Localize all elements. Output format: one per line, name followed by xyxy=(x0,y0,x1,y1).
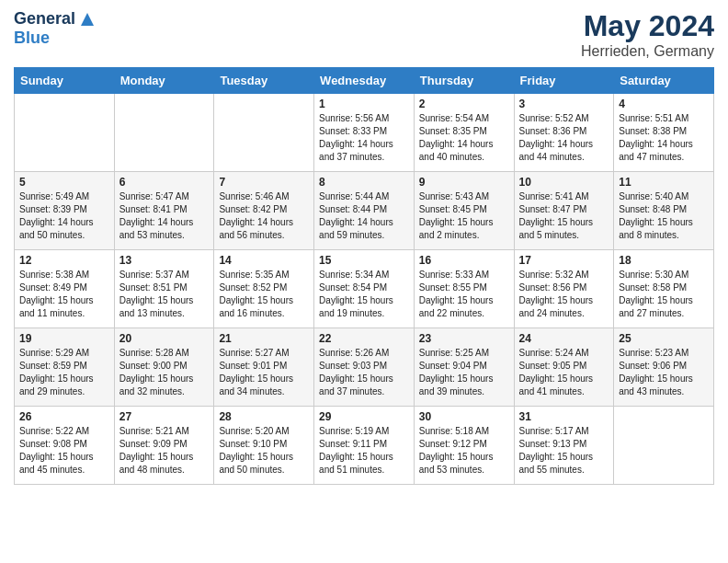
day-number: 17 xyxy=(519,254,609,267)
day-info: Sunrise: 5:51 AMSunset: 8:38 PMDaylight:… xyxy=(619,112,709,164)
calendar-cell-w2-d2: 7Sunrise: 5:46 AMSunset: 8:42 PMDaylight… xyxy=(214,172,314,250)
day-number: 21 xyxy=(219,332,309,345)
day-number: 12 xyxy=(19,254,109,267)
calendar-cell-w5-d1: 27Sunrise: 5:21 AMSunset: 9:09 PMDayligh… xyxy=(114,407,214,485)
day-info: Sunrise: 5:35 AMSunset: 8:52 PMDaylight:… xyxy=(219,269,309,320)
day-number: 26 xyxy=(19,410,109,423)
calendar-cell-w5-d0: 26Sunrise: 5:22 AMSunset: 9:08 PMDayligh… xyxy=(15,407,115,485)
calendar-cell-w3-d0: 12Sunrise: 5:38 AMSunset: 8:49 PMDayligh… xyxy=(15,250,115,328)
calendar-cell-w1-d3: 1Sunrise: 5:56 AMSunset: 8:33 PMDaylight… xyxy=(314,94,415,172)
calendar-cell-w4-d6: 25Sunrise: 5:23 AMSunset: 9:06 PMDayligh… xyxy=(614,328,714,407)
day-info: Sunrise: 5:30 AMSunset: 8:58 PMDaylight:… xyxy=(619,269,709,320)
day-number: 7 xyxy=(219,176,309,189)
calendar-cell-w1-d1 xyxy=(114,94,214,172)
day-info: Sunrise: 5:43 AMSunset: 8:45 PMDaylight:… xyxy=(419,190,509,242)
day-info: Sunrise: 5:21 AMSunset: 9:09 PMDaylight:… xyxy=(119,425,210,477)
logo-general-text: General xyxy=(14,10,75,29)
week-row-4: 19Sunrise: 5:29 AMSunset: 8:59 PMDayligh… xyxy=(15,328,714,407)
day-info: Sunrise: 5:32 AMSunset: 8:56 PMDaylight:… xyxy=(519,269,609,320)
day-number: 22 xyxy=(319,332,409,345)
header: General Blue May 2024 Herrieden, Germany xyxy=(14,9,714,60)
calendar-cell-w3-d3: 15Sunrise: 5:34 AMSunset: 8:54 PMDayligh… xyxy=(314,250,415,328)
calendar-cell-w2-d5: 10Sunrise: 5:41 AMSunset: 8:47 PMDayligh… xyxy=(514,172,614,250)
logo-blue-text: Blue xyxy=(14,29,97,48)
day-number: 8 xyxy=(319,176,409,189)
calendar-cell-w2-d4: 9Sunrise: 5:43 AMSunset: 8:45 PMDaylight… xyxy=(414,172,514,250)
day-info: Sunrise: 5:20 AMSunset: 9:10 PMDaylight:… xyxy=(219,425,309,477)
calendar-cell-w5-d3: 29Sunrise: 5:19 AMSunset: 9:11 PMDayligh… xyxy=(314,407,415,485)
calendar-cell-w4-d4: 23Sunrise: 5:25 AMSunset: 9:04 PMDayligh… xyxy=(414,328,514,407)
day-info: Sunrise: 5:40 AMSunset: 8:48 PMDaylight:… xyxy=(619,190,709,242)
day-info: Sunrise: 5:56 AMSunset: 8:33 PMDaylight:… xyxy=(319,112,409,164)
day-number: 25 xyxy=(619,332,709,345)
logo-icon xyxy=(77,9,97,29)
calendar-cell-w5-d5: 31Sunrise: 5:17 AMSunset: 9:13 PMDayligh… xyxy=(514,407,614,485)
day-number: 16 xyxy=(419,254,509,267)
calendar-cell-w5-d2: 28Sunrise: 5:20 AMSunset: 9:10 PMDayligh… xyxy=(214,407,314,485)
day-number: 2 xyxy=(419,98,509,110)
location: Herrieden, Germany xyxy=(581,43,714,60)
day-info: Sunrise: 5:29 AMSunset: 8:59 PMDaylight:… xyxy=(19,347,109,398)
day-info: Sunrise: 5:38 AMSunset: 8:49 PMDaylight:… xyxy=(19,269,109,320)
day-info: Sunrise: 5:28 AMSunset: 9:00 PMDaylight:… xyxy=(119,347,210,398)
day-number: 10 xyxy=(519,176,609,189)
day-number: 27 xyxy=(119,410,210,423)
day-number: 9 xyxy=(419,176,509,189)
calendar-cell-w3-d1: 13Sunrise: 5:37 AMSunset: 8:51 PMDayligh… xyxy=(114,250,214,328)
calendar-cell-w3-d6: 18Sunrise: 5:30 AMSunset: 8:58 PMDayligh… xyxy=(614,250,714,328)
col-tuesday: Tuesday xyxy=(214,68,314,94)
calendar-cell-w2-d1: 6Sunrise: 5:47 AMSunset: 8:41 PMDaylight… xyxy=(114,172,214,250)
week-row-2: 5Sunrise: 5:49 AMSunset: 8:39 PMDaylight… xyxy=(15,172,714,250)
calendar-cell-w3-d2: 14Sunrise: 5:35 AMSunset: 8:52 PMDayligh… xyxy=(214,250,314,328)
day-number: 6 xyxy=(119,176,210,189)
day-info: Sunrise: 5:46 AMSunset: 8:42 PMDaylight:… xyxy=(219,190,309,242)
calendar-header-row: Sunday Monday Tuesday Wednesday Thursday… xyxy=(15,68,714,94)
calendar-cell-w1-d6: 4Sunrise: 5:51 AMSunset: 8:38 PMDaylight… xyxy=(614,94,714,172)
day-info: Sunrise: 5:37 AMSunset: 8:51 PMDaylight:… xyxy=(119,269,210,320)
calendar-cell-w2-d6: 11Sunrise: 5:40 AMSunset: 8:48 PMDayligh… xyxy=(614,172,714,250)
calendar-cell-w1-d4: 2Sunrise: 5:54 AMSunset: 8:35 PMDaylight… xyxy=(414,94,514,172)
calendar-cell-w5-d4: 30Sunrise: 5:18 AMSunset: 9:12 PMDayligh… xyxy=(414,407,514,485)
day-number: 15 xyxy=(319,254,409,267)
day-number: 11 xyxy=(619,176,709,189)
svg-marker-0 xyxy=(81,13,94,26)
day-info: Sunrise: 5:24 AMSunset: 9:05 PMDaylight:… xyxy=(519,347,609,398)
calendar-cell-w2-d3: 8Sunrise: 5:44 AMSunset: 8:44 PMDaylight… xyxy=(314,172,415,250)
day-info: Sunrise: 5:49 AMSunset: 8:39 PMDaylight:… xyxy=(19,190,109,242)
day-info: Sunrise: 5:44 AMSunset: 8:44 PMDaylight:… xyxy=(319,190,409,242)
calendar-cell-w2-d0: 5Sunrise: 5:49 AMSunset: 8:39 PMDaylight… xyxy=(15,172,115,250)
day-number: 30 xyxy=(419,410,509,423)
day-number: 31 xyxy=(519,410,609,423)
month-title: May 2024 xyxy=(581,9,714,43)
calendar-cell-w4-d3: 22Sunrise: 5:26 AMSunset: 9:03 PMDayligh… xyxy=(314,328,415,407)
week-row-5: 26Sunrise: 5:22 AMSunset: 9:08 PMDayligh… xyxy=(15,407,714,485)
calendar-cell-w3-d4: 16Sunrise: 5:33 AMSunset: 8:55 PMDayligh… xyxy=(414,250,514,328)
day-number: 14 xyxy=(219,254,309,267)
day-number: 23 xyxy=(419,332,509,345)
day-info: Sunrise: 5:33 AMSunset: 8:55 PMDaylight:… xyxy=(419,269,509,320)
week-row-1: 1Sunrise: 5:56 AMSunset: 8:33 PMDaylight… xyxy=(15,94,714,172)
calendar-cell-w1-d5: 3Sunrise: 5:52 AMSunset: 8:36 PMDaylight… xyxy=(514,94,614,172)
col-monday: Monday xyxy=(114,68,214,94)
week-row-3: 12Sunrise: 5:38 AMSunset: 8:49 PMDayligh… xyxy=(15,250,714,328)
title-area: May 2024 Herrieden, Germany xyxy=(581,9,714,60)
day-info: Sunrise: 5:27 AMSunset: 9:01 PMDaylight:… xyxy=(219,347,309,398)
col-friday: Friday xyxy=(514,68,614,94)
calendar-table: Sunday Monday Tuesday Wednesday Thursday… xyxy=(14,67,714,485)
day-number: 19 xyxy=(19,332,109,345)
calendar-cell-w5-d6 xyxy=(614,407,714,485)
day-info: Sunrise: 5:18 AMSunset: 9:12 PMDaylight:… xyxy=(419,425,509,477)
day-number: 29 xyxy=(319,410,409,423)
calendar-cell-w3-d5: 17Sunrise: 5:32 AMSunset: 8:56 PMDayligh… xyxy=(514,250,614,328)
day-number: 5 xyxy=(19,176,109,189)
day-info: Sunrise: 5:19 AMSunset: 9:11 PMDaylight:… xyxy=(319,425,409,477)
col-wednesday: Wednesday xyxy=(314,68,415,94)
calendar-cell-w4-d5: 24Sunrise: 5:24 AMSunset: 9:05 PMDayligh… xyxy=(514,328,614,407)
col-thursday: Thursday xyxy=(414,68,514,94)
day-info: Sunrise: 5:25 AMSunset: 9:04 PMDaylight:… xyxy=(419,347,509,398)
day-info: Sunrise: 5:26 AMSunset: 9:03 PMDaylight:… xyxy=(319,347,409,398)
day-number: 13 xyxy=(119,254,210,267)
day-number: 24 xyxy=(519,332,609,345)
day-info: Sunrise: 5:17 AMSunset: 9:13 PMDaylight:… xyxy=(519,425,609,477)
day-number: 28 xyxy=(219,410,309,423)
